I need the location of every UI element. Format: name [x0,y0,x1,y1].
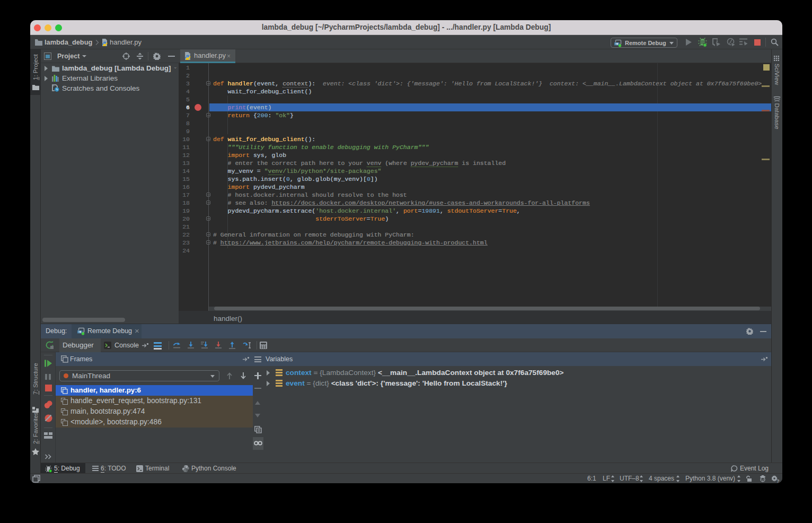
svg-text:?: ? [776,478,780,483]
